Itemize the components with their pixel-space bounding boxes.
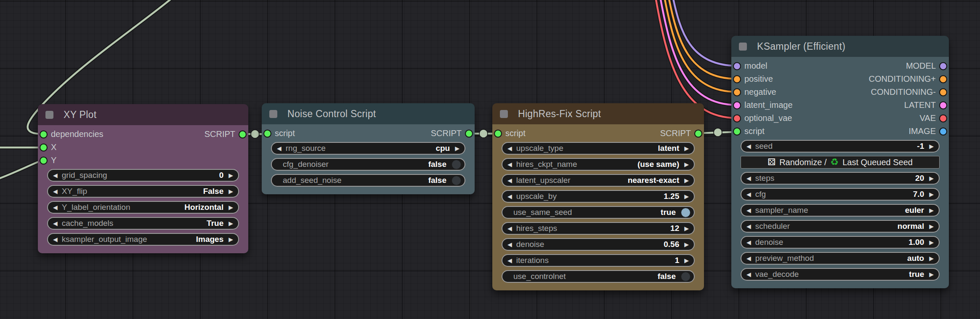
increment-arrow-icon[interactable]: ▶ (228, 172, 233, 178)
toggle-indicator[interactable] (451, 160, 461, 169)
decrement-arrow-icon[interactable]: ◀ (746, 255, 751, 261)
input-port-script[interactable] (733, 127, 741, 135)
increment-arrow-icon[interactable]: ▶ (228, 204, 233, 210)
increment-arrow-icon[interactable]: ▶ (684, 145, 689, 151)
link-midpoint-dot[interactable] (479, 129, 488, 138)
increment-arrow-icon[interactable]: ▶ (929, 143, 934, 149)
decrement-arrow-icon[interactable]: ◀ (746, 175, 751, 181)
widget-upscale-by[interactable]: ◀ upscale_by 1.25 ▶ (502, 190, 695, 203)
decrement-arrow-icon[interactable]: ◀ (277, 145, 282, 151)
decrement-arrow-icon[interactable]: ◀ (507, 177, 512, 183)
collapse-toggle-icon[interactable] (500, 110, 508, 118)
decrement-arrow-icon[interactable]: ◀ (507, 225, 512, 231)
input-port-script[interactable] (263, 129, 271, 137)
collapse-toggle-icon[interactable] (45, 111, 53, 119)
input-port-script[interactable] (494, 129, 502, 137)
increment-arrow-icon[interactable]: ▶ (684, 225, 689, 231)
decrement-arrow-icon[interactable]: ◀ (53, 172, 58, 178)
node-header[interactable]: Noise Control Script (262, 103, 475, 124)
decrement-arrow-icon[interactable]: ◀ (53, 236, 58, 242)
increment-arrow-icon[interactable]: ▶ (228, 236, 233, 242)
increment-arrow-icon[interactable]: ▶ (929, 191, 934, 197)
increment-arrow-icon[interactable]: ▶ (455, 145, 459, 151)
increment-arrow-icon[interactable]: ▶ (929, 207, 934, 213)
node-header[interactable]: XY Plot (38, 104, 248, 125)
input-port-positive[interactable] (733, 75, 741, 83)
toggle-indicator[interactable] (681, 208, 691, 217)
toggle-indicator[interactable] (451, 176, 461, 185)
widget-hires-steps[interactable]: ◀ hires_steps 12 ▶ (502, 222, 695, 235)
decrement-arrow-icon[interactable]: ◀ (746, 271, 751, 277)
output-port-latent[interactable] (939, 101, 947, 109)
node-highres-fix-script[interactable]: HighRes-Fix Script script SCRIPT ◀ upsca… (492, 103, 704, 290)
widget-cfg[interactable]: ◀ cfg 7.0 ▶ (741, 188, 940, 201)
widget-cache-models[interactable]: ◀ cache_models True ▶ (47, 217, 239, 230)
decrement-arrow-icon[interactable]: ◀ (746, 239, 751, 245)
output-port-image[interactable] (939, 127, 947, 135)
input-port-y[interactable] (40, 156, 48, 164)
widget-iterations[interactable]: ◀ iterations 1 ▶ (502, 254, 695, 267)
decrement-arrow-icon[interactable]: ◀ (53, 220, 58, 226)
input-port-negative[interactable] (733, 88, 741, 96)
widget-steps[interactable]: ◀ steps 20 ▶ (741, 172, 940, 185)
input-port-x[interactable] (40, 143, 48, 151)
increment-arrow-icon[interactable]: ▶ (228, 188, 233, 194)
output-port-model[interactable] (939, 62, 947, 70)
node-noise-control-script[interactable]: Noise Control Script script SCRIPT ◀ rng… (262, 103, 475, 194)
output-port-conditioning-plus[interactable] (939, 75, 947, 83)
input-port-model[interactable] (733, 62, 741, 70)
widget-sampler-name[interactable]: ◀ sampler_name euler ▶ (741, 204, 940, 217)
widget-preview-method[interactable]: ◀ preview_method auto ▶ (741, 252, 940, 265)
toggle-indicator[interactable] (681, 272, 691, 281)
decrement-arrow-icon[interactable]: ◀ (746, 207, 751, 213)
increment-arrow-icon[interactable]: ▶ (684, 257, 689, 263)
decrement-arrow-icon[interactable]: ◀ (746, 191, 751, 197)
decrement-arrow-icon[interactable]: ◀ (746, 143, 751, 149)
output-port-conditioning-minus[interactable] (939, 88, 947, 96)
node-header[interactable]: KSampler (Efficient) (731, 36, 949, 57)
widget-seed[interactable]: ◀ seed -1 ▶ (741, 140, 940, 153)
increment-arrow-icon[interactable]: ▶ (684, 177, 689, 183)
widget-rng-source[interactable]: ◀ rng_source cpu ▶ (271, 142, 465, 155)
decrement-arrow-icon[interactable]: ◀ (746, 223, 751, 229)
widget-denoise[interactable]: ◀ denoise 1.00 ▶ (741, 236, 940, 249)
widget-vae-decode[interactable]: ◀ vae_decode true ▶ (741, 268, 940, 281)
output-port-script[interactable] (239, 130, 247, 138)
increment-arrow-icon[interactable]: ▶ (684, 161, 689, 167)
output-port-script[interactable] (465, 129, 473, 137)
input-port-latent-image[interactable] (733, 101, 741, 109)
collapse-toggle-icon[interactable] (739, 43, 747, 51)
increment-arrow-icon[interactable]: ▶ (684, 241, 689, 247)
link-midpoint-dot[interactable] (251, 130, 259, 138)
node-header[interactable]: HighRes-Fix Script (492, 103, 704, 124)
link-midpoint-dot[interactable] (714, 128, 722, 137)
widget-cfg-denoiser[interactable]: cfg_denoiser false (271, 158, 465, 171)
widget-xy-flip[interactable]: ◀ XY_flip False ▶ (47, 185, 239, 198)
widget-add-seed-noise[interactable]: add_seed_noise false (271, 174, 465, 187)
output-port-vae[interactable] (939, 114, 947, 122)
decrement-arrow-icon[interactable]: ◀ (507, 241, 512, 247)
widget-hires-ckpt-name[interactable]: ◀ hires_ckpt_name (use same) ▶ (502, 158, 695, 171)
node-ksampler-efficient[interactable]: KSampler (Efficient) model MODEL positiv… (731, 36, 949, 288)
decrement-arrow-icon[interactable]: ◀ (507, 257, 512, 263)
decrement-arrow-icon[interactable]: ◀ (53, 204, 58, 210)
increment-arrow-icon[interactable]: ▶ (929, 239, 934, 245)
widget-upscale-type[interactable]: ◀ upscale_type latent ▶ (502, 142, 695, 155)
collapse-toggle-icon[interactable] (269, 110, 277, 118)
increment-arrow-icon[interactable]: ▶ (929, 271, 934, 277)
seed-control-button[interactable]: ⚄ Randomize / ♻ Last Queued Seed (741, 156, 940, 169)
widget-latent-upscaler[interactable]: ◀ latent_upscaler nearest-exact ▶ (502, 174, 695, 187)
increment-arrow-icon[interactable]: ▶ (228, 220, 233, 226)
increment-arrow-icon[interactable]: ▶ (929, 223, 934, 229)
widget-ksampler-output-image[interactable]: ◀ ksampler_output_image Images ▶ (47, 233, 239, 246)
node-graph-canvas[interactable]: XY Plot dependencies SCRIPT X Y (0, 0, 980, 319)
decrement-arrow-icon[interactable]: ◀ (507, 161, 512, 167)
widget-grid-spacing[interactable]: ◀ grid_spacing 0 ▶ (47, 169, 239, 182)
widget-denoise[interactable]: ◀ denoise 0.56 ▶ (502, 238, 695, 251)
widget-y-label-orientation[interactable]: ◀ Y_label_orientation Horizontal ▶ (47, 201, 239, 214)
increment-arrow-icon[interactable]: ▶ (684, 193, 689, 199)
decrement-arrow-icon[interactable]: ◀ (507, 193, 512, 199)
widget-use-same-seed[interactable]: use_same_seed true (502, 206, 695, 219)
increment-arrow-icon[interactable]: ▶ (929, 255, 934, 261)
increment-arrow-icon[interactable]: ▶ (929, 175, 934, 181)
